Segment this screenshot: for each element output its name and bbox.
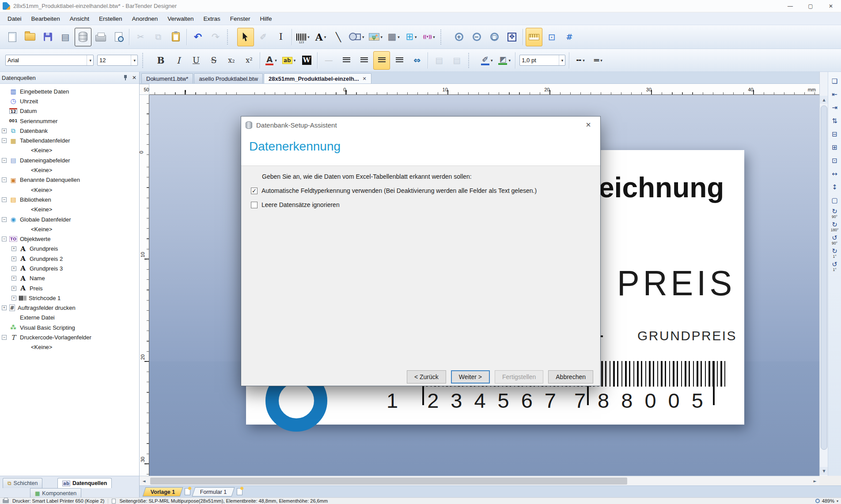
panel-close-icon[interactable]: ✕ [132,75,136,81]
align-left-button[interactable] [338,51,355,70]
save-button[interactable] [39,28,56,46]
paste-button[interactable] [167,28,184,46]
format-painter-button[interactable]: ✐ [255,28,272,46]
tab-dokument1[interactable]: Dokument1.btw* [141,73,193,83]
print-button[interactable] [92,28,109,46]
fit-in-window-button[interactable]: ✥ [504,28,520,46]
finish-button[interactable]: Fertigstellen [495,370,543,384]
tree-item[interactable]: − ▦ Tabellendatenfelder [0,135,139,145]
new-template-icon[interactable] [185,488,190,495]
menu-item[interactable]: Hilfe [255,12,277,25]
distribute-vertical-button[interactable]: ⇅ [829,115,841,127]
strikethrough-button[interactable]: S [205,51,222,70]
tree-expander[interactable]: − [2,158,7,163]
paragraph-format-button[interactable]: ▤ [431,51,447,70]
align-left-edges-button[interactable]: ⇤ [829,89,841,101]
tree-item[interactable]: + Strichcode 1 [0,293,139,303]
tree-expander[interactable]: − [2,335,7,340]
next-button[interactable]: Weiter > [451,370,490,384]
menu-item[interactable]: Bearbeiten [27,12,65,25]
menu-item[interactable]: Verwalten [163,12,198,25]
dialog-title-bar[interactable]: Datenbank-Setup-Assistent ✕ [241,117,600,133]
line-weight-select[interactable]: 1,0 pt ▾ [519,55,565,66]
tab-komponenten[interactable]: ▦ Komponenten [30,488,81,498]
menu-item[interactable]: Erstellen [94,12,127,25]
highlight-color-button[interactable]: ab ▾ [280,51,297,70]
zoom-in-button[interactable]: + [451,28,467,46]
font-size-select[interactable]: 12 ▾ [97,55,138,66]
menu-item[interactable]: Ansicht [65,12,94,25]
create-table-button[interactable]: ▦ ▾ [385,28,402,46]
rotate-1-ccw-button[interactable]: ↺ 1° [829,261,841,273]
menu-item[interactable]: Extras [199,12,225,25]
ignore-empty-records-checkbox[interactable] [251,202,258,208]
zoom-level[interactable]: 489% [822,498,834,504]
dialog-close-icon[interactable]: ✕ [581,121,596,129]
toggle-grid-button[interactable]: # [561,28,578,46]
checkbox-label[interactable]: Leere Datensätze ignorieren [261,201,340,208]
tree-item[interactable]: <Keine> [0,342,139,352]
fill-color-button[interactable]: ◩ ▾ [496,51,513,70]
text-cursor-tool-button[interactable]: I [273,28,289,46]
horizontal-scroll-thumb[interactable] [150,478,627,485]
database-setup-button[interactable] [75,28,91,46]
tree-item[interactable]: − T Druckercode-Vorlagenfelder [0,332,139,342]
tree-item[interactable]: + A Name [0,274,139,283]
fit-to-template-button[interactable]: ▢ [829,195,841,207]
match-height-button[interactable]: ↕ [829,181,841,193]
tree-item[interactable]: ◷ Uhrzeit [0,96,139,106]
italic-button[interactable]: I [170,51,187,70]
center-vertically-button[interactable]: ⊞ [829,142,841,154]
create-shape-button[interactable]: ▾ [348,28,366,46]
new-document-button[interactable] [4,28,21,46]
rotate-90-ccw-button[interactable]: ↺ 90° [829,234,841,246]
rich-text-button[interactable]: W [298,51,315,70]
zoom-dropdown-icon[interactable]: ▾ [837,499,838,503]
center-horizontally-button[interactable]: ⊟ [829,128,841,140]
tab-28x51mm-produktlabel[interactable]: 28x51mm_Produktlabel-einzelh... ✕ [264,73,371,83]
create-text-button[interactable]: A ▾ [312,28,329,46]
tree-item[interactable]: <Keine> [0,185,139,195]
cut-button[interactable]: ✂ [132,28,149,46]
tab-close-icon[interactable]: ✕ [363,76,367,82]
tree-expander[interactable]: + [11,246,16,251]
superscript-button[interactable]: x² [241,51,258,70]
minimize-button[interactable]: — [780,0,800,12]
paragraph-spacing-button[interactable]: ▤ [448,51,465,70]
tree-expander[interactable]: − [2,177,7,182]
arrange-objects-button[interactable]: ❏ [829,75,841,87]
pin-icon[interactable] [123,75,128,80]
label-price-text[interactable]: PREIS [617,263,735,303]
scroll-right-icon[interactable]: ► [811,477,819,485]
auto-field-type-checkbox[interactable]: ✓ [251,188,258,194]
tree-expander[interactable]: − [2,237,7,241]
scroll-up-icon[interactable]: ▲ [820,96,828,104]
font-family-select[interactable]: Arial ▾ [5,55,94,66]
menu-item[interactable]: Anordnen [127,12,163,25]
align-right-edges-button[interactable]: ⇥ [829,102,841,114]
toggle-guides-button[interactable]: ⊡ [543,28,560,46]
align-center-button[interactable] [356,51,372,70]
subscript-button[interactable]: x₂ [223,51,240,70]
tree-expander[interactable]: + [11,276,16,281]
tree-item[interactable]: − ▤ Bibliotheken [0,195,139,204]
tree-item[interactable]: + A Preis [0,283,139,293]
tree-item[interactable]: − ▤ Dateneingabefelder [0,155,139,165]
tree-expander[interactable]: + [11,256,16,261]
label-baseprice-text[interactable]: GRUNDPREIS [637,328,737,343]
print-preview-button[interactable] [110,28,127,46]
tree-item[interactable]: + A Grundpreis 2 [0,254,139,263]
close-button[interactable]: ✕ [821,0,841,12]
new-template-icon[interactable] [237,488,242,495]
tab-datenquellen[interactable]: ab Datenquellen [57,478,112,488]
tree-item[interactable]: 001 Seriennummer [0,116,139,126]
bold-button[interactable]: B [152,51,169,70]
zoom-selection-button[interactable]: ▢ [486,28,503,46]
tree-item[interactable]: ▥ Eingebettete Daten [0,87,139,96]
plain-line-button[interactable]: — [320,51,337,70]
scroll-left-icon[interactable]: ◄ [140,477,148,485]
undo-button[interactable]: ↶ [189,28,206,46]
rotate-180-button[interactable]: ↻ 180° [829,221,841,233]
tab-asello-produktlabel[interactable]: asello Produktlabel.btw [194,73,263,83]
align-right-button[interactable] [373,51,390,70]
